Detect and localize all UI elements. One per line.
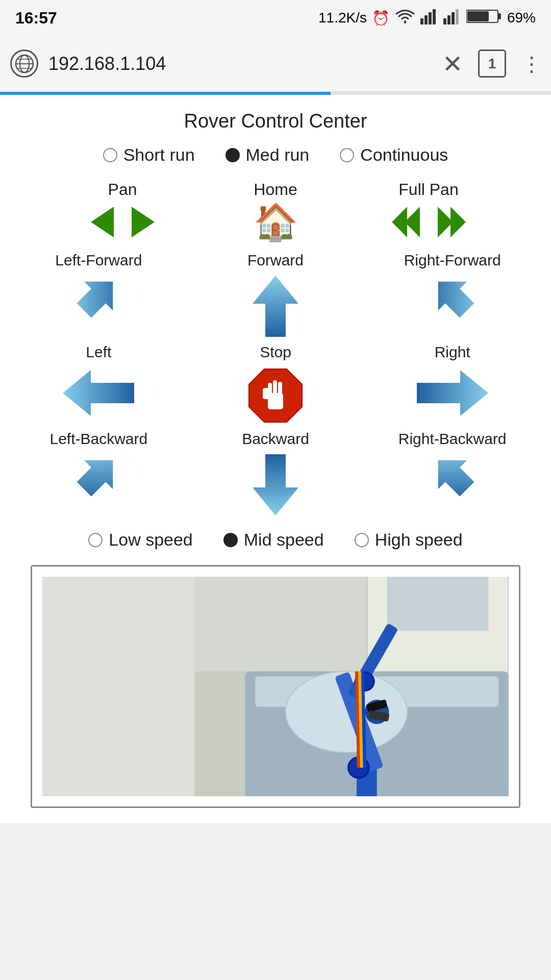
- short-run-option[interactable]: Short run: [103, 145, 195, 165]
- low-speed-radio[interactable]: [88, 533, 103, 547]
- short-run-label: Short run: [123, 145, 195, 165]
- home-icon: 🏠: [254, 202, 298, 242]
- camera-container: 2016-07-08 16:57:38-15: [31, 565, 520, 808]
- home-button[interactable]: 🏠: [254, 204, 298, 240]
- svg-line-59: [360, 671, 362, 768]
- svg-marker-32: [417, 370, 488, 416]
- svg-rect-10: [467, 11, 489, 21]
- stop-button[interactable]: [245, 365, 306, 428]
- svg-rect-4: [443, 18, 446, 24]
- high-speed-radio[interactable]: [355, 533, 369, 547]
- med-run-radio[interactable]: [226, 148, 240, 162]
- high-speed-option[interactable]: High speed: [355, 530, 463, 550]
- left-backward-cell: Left-Backward: [10, 430, 187, 520]
- med-run-label: Med run: [246, 145, 310, 165]
- right-backward-label: Right-Backward: [398, 430, 507, 448]
- backward-button[interactable]: [247, 452, 304, 520]
- left-label: Left: [86, 344, 111, 361]
- status-time: 16:57: [15, 9, 57, 28]
- signal2-icon: [443, 8, 461, 28]
- backward-label: Backward: [242, 430, 309, 448]
- low-speed-option[interactable]: Low speed: [88, 530, 192, 550]
- full-pan-left-button[interactable]: [387, 204, 425, 241]
- stop-label: Stop: [260, 344, 291, 361]
- left-forward-button[interactable]: [76, 273, 121, 321]
- status-speed: 11.2K/s: [318, 10, 367, 26]
- svg-marker-16: [91, 207, 114, 237]
- forward-button[interactable]: [247, 273, 304, 341]
- svg-rect-5: [447, 15, 450, 24]
- forward-cell: Forward: [187, 252, 364, 341]
- pan-arrows: [86, 204, 160, 241]
- high-speed-label: High speed: [375, 530, 463, 550]
- continuous-option[interactable]: Continuous: [340, 145, 448, 165]
- page-title: Rover Control Center: [10, 110, 541, 132]
- svg-rect-0: [420, 18, 423, 24]
- right-backward-button[interactable]: [430, 452, 475, 499]
- svg-marker-22: [76, 273, 121, 319]
- url-display[interactable]: 192.168.1.104: [48, 53, 432, 75]
- pan-left-button[interactable]: [86, 204, 119, 241]
- home-section: Home 🏠: [199, 180, 352, 240]
- backward-cell: Backward: [187, 430, 364, 520]
- svg-marker-33: [76, 452, 121, 498]
- forward-label: Forward: [247, 252, 304, 269]
- left-backward-label: Left-Backward: [49, 430, 147, 448]
- svg-rect-31: [263, 388, 269, 399]
- right-cell: Right: [364, 344, 541, 428]
- svg-rect-1: [424, 15, 428, 24]
- svg-rect-30: [278, 382, 282, 397]
- stop-cell: Stop: [187, 344, 364, 428]
- right-label: Right: [435, 344, 470, 361]
- run-mode-row: Short run Med run Continuous: [10, 145, 541, 165]
- right-backward-cell: Right-Backward: [364, 430, 541, 520]
- svg-rect-9: [498, 13, 501, 19]
- camera-image: 2016-07-08 16:57:38-15: [42, 577, 509, 796]
- left-cell: Left: [10, 344, 187, 428]
- right-forward-button[interactable]: [430, 273, 475, 321]
- mid-speed-option[interactable]: Mid speed: [223, 530, 324, 550]
- battery-percent: 69%: [507, 10, 536, 26]
- full-pan-right-button[interactable]: [433, 204, 471, 241]
- left-backward-button[interactable]: [76, 452, 121, 499]
- left-button[interactable]: [60, 365, 137, 423]
- svg-rect-6: [452, 12, 455, 24]
- close-tab-button[interactable]: ✕: [442, 50, 463, 78]
- speed-mode-row: Low speed Mid speed High speed: [10, 530, 541, 550]
- tab-count-button[interactable]: 1: [478, 50, 506, 78]
- mid-speed-radio[interactable]: [223, 533, 238, 547]
- svg-marker-35: [430, 452, 475, 498]
- full-pan-arrows: [387, 204, 471, 241]
- main-content: Rover Control Center Short run Med run C…: [0, 95, 551, 823]
- menu-button[interactable]: ⋮: [521, 52, 541, 76]
- svg-line-60: [363, 671, 365, 768]
- right-forward-cell: Right-Forward: [364, 252, 541, 341]
- pan-right-button[interactable]: [127, 204, 160, 241]
- full-pan-label: Full Pan: [398, 180, 458, 199]
- wifi-icon: [395, 8, 415, 28]
- med-run-option[interactable]: Med run: [226, 145, 310, 165]
- low-speed-label: Low speed: [109, 530, 192, 550]
- svg-marker-25: [63, 370, 134, 416]
- svg-rect-38: [42, 577, 194, 796]
- svg-marker-24: [430, 273, 475, 319]
- mid-speed-label: Mid speed: [244, 530, 324, 550]
- bottom-space: [0, 823, 551, 874]
- status-bar: 16:57 11.2K/s ⏰: [0, 0, 551, 36]
- full-pan-section: Full Pan: [352, 180, 505, 241]
- svg-rect-40: [387, 577, 489, 631]
- alarm-icon: ⏰: [372, 10, 390, 27]
- direction-grid: Left-Forward Forward: [10, 252, 541, 520]
- svg-marker-17: [132, 207, 155, 237]
- home-label: Home: [254, 180, 297, 199]
- pan-label: Pan: [108, 180, 137, 199]
- battery-icon: [466, 8, 502, 28]
- svg-rect-3: [433, 9, 436, 24]
- left-forward-cell: Left-Forward: [10, 252, 187, 341]
- short-run-radio[interactable]: [103, 148, 117, 162]
- right-button[interactable]: [414, 365, 491, 423]
- right-forward-label: Right-Forward: [404, 252, 501, 269]
- continuous-radio[interactable]: [340, 148, 354, 162]
- svg-marker-34: [253, 454, 298, 516]
- signal-icon: [420, 8, 438, 28]
